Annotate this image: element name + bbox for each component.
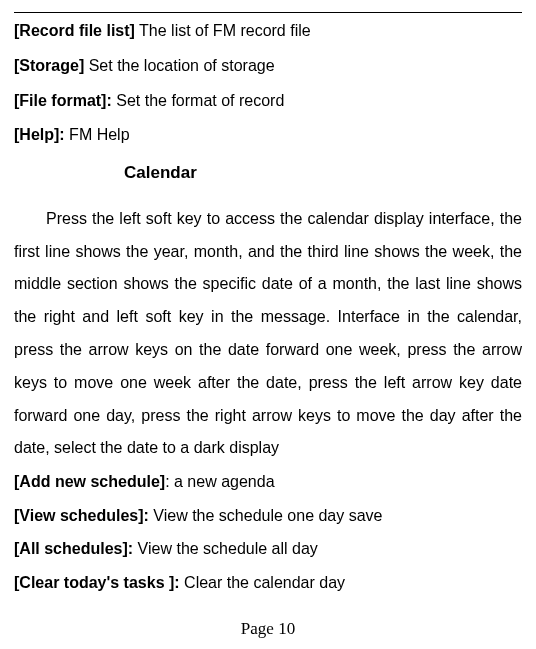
item-desc: FM Help — [69, 126, 129, 143]
list-item: [Record file list] The list of FM record… — [14, 17, 522, 46]
section-heading: Calendar — [124, 158, 522, 189]
list-item: [Help]: FM Help — [14, 121, 522, 150]
list-item: [Storage] Set the location of storage — [14, 52, 522, 81]
list-item: [File format]: Set the format of record — [14, 87, 522, 116]
item-label: [View schedules]: — [14, 507, 149, 524]
item-label: [Add new schedule] — [14, 473, 165, 490]
item-label: [Storage] — [14, 57, 84, 74]
top-item-list: [Record file list] The list of FM record… — [14, 17, 522, 150]
list-item: [View schedules]: View the schedule one … — [14, 501, 522, 531]
item-desc: Set the location of storage — [89, 57, 275, 74]
item-desc: Set the format of record — [116, 92, 284, 109]
list-item: [Add new schedule]: a new agenda — [14, 467, 522, 497]
body-paragraph: Press the left soft key to access the ca… — [14, 203, 522, 465]
item-desc: The list of FM record file — [139, 22, 311, 39]
list-item: [Clear today's tasks ]: Clear the calend… — [14, 568, 522, 598]
item-desc: a new agenda — [174, 473, 275, 490]
item-label: [Record file list] — [14, 22, 135, 39]
item-label: [Help]: — [14, 126, 65, 143]
horizontal-rule — [14, 12, 522, 13]
item-sep: : — [165, 473, 174, 490]
item-label: [All schedules]: — [14, 540, 133, 557]
list-item: [All schedules]: View the schedule all d… — [14, 534, 522, 564]
page-number: Page 10 — [14, 614, 522, 645]
item-label: [Clear today's tasks ]: — [14, 574, 180, 591]
item-desc: View the schedule one day save — [153, 507, 382, 524]
item-desc: Clear the calendar day — [184, 574, 345, 591]
item-label: [File format]: — [14, 92, 112, 109]
bottom-item-list: [Add new schedule]: a new agenda [View s… — [14, 467, 522, 597]
item-desc: View the schedule all day — [138, 540, 318, 557]
